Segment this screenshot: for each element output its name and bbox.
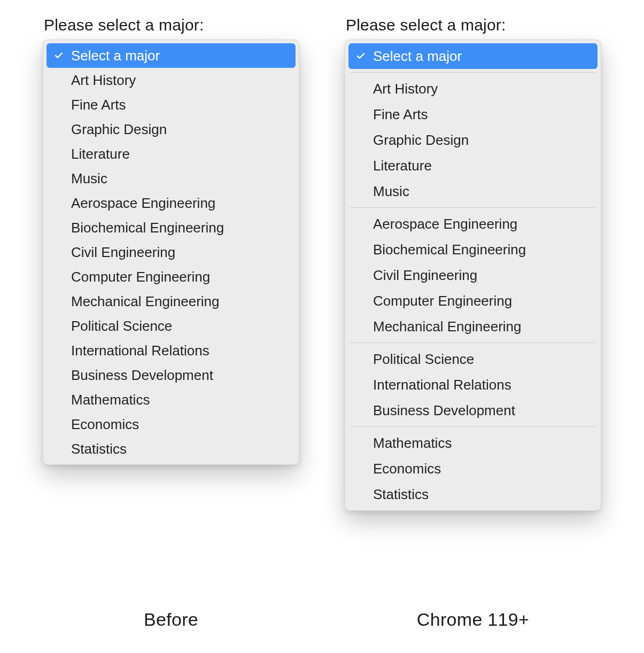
option-label: Computer Engineering [71, 270, 210, 284]
option-label: Political Science [71, 319, 172, 333]
select-option[interactable]: Statistics [46, 437, 296, 461]
option-label: Literature [373, 159, 432, 173]
option-label: Select a major [71, 49, 160, 63]
select-option[interactable]: Statistics [348, 481, 598, 507]
select-option[interactable]: Civil Engineering [46, 240, 296, 265]
option-label: International Relations [373, 378, 511, 392]
option-label: Business Development [373, 403, 515, 417]
select-option[interactable]: Economics [46, 412, 296, 437]
option-label: Art History [71, 73, 136, 87]
select-option[interactable]: Civil Engineering [348, 262, 598, 288]
option-label: Civil Engineering [71, 245, 175, 259]
option-label: Biochemical Engineering [71, 221, 224, 235]
select-label: Please select a major: [346, 16, 601, 34]
option-label: Economics [71, 417, 139, 431]
option-label: Aerospace Engineering [71, 196, 215, 210]
caption-after: Chrome 119+ [345, 609, 601, 630]
check-icon [356, 51, 366, 61]
select-option[interactable]: Political Science [46, 314, 296, 338]
select-option[interactable]: Aerospace Engineering [46, 191, 296, 215]
select-option[interactable]: Music [348, 178, 598, 204]
select-option-selected[interactable]: Select a major [348, 43, 598, 69]
select-option[interactable]: Aerospace Engineering [348, 211, 598, 237]
option-label: Music [71, 172, 107, 185]
check-icon [54, 51, 64, 60]
select-option[interactable]: Biochemical Engineering [348, 237, 598, 262]
select-option-selected[interactable]: Select a major [46, 43, 296, 68]
select-label: Please select a major: [44, 16, 299, 34]
option-label: Graphic Design [71, 122, 167, 136]
option-label: Literature [71, 147, 130, 161]
option-label: Economics [373, 462, 441, 476]
option-label: Select a major [373, 49, 462, 63]
option-label: Political Science [373, 352, 474, 366]
option-label: Fine Arts [373, 107, 428, 121]
select-option[interactable]: Art History [348, 76, 598, 102]
before-column: Please select a major: Select a major Ar… [43, 16, 299, 465]
select-option[interactable]: International Relations [46, 338, 296, 363]
select-option[interactable]: Fine Arts [348, 102, 598, 127]
select-option[interactable]: Business Development [46, 363, 296, 387]
select-option[interactable]: Literature [348, 153, 598, 178]
select-option[interactable]: Business Development [348, 398, 598, 423]
select-option[interactable]: Art History [46, 68, 296, 92]
option-label: Civil Engineering [373, 268, 477, 282]
option-label: Biochemical Engineering [373, 243, 526, 256]
select-option[interactable]: Music [46, 166, 296, 191]
select-option[interactable]: Fine Arts [46, 92, 296, 117]
after-column: Please select a major: Select a major Ar… [345, 16, 601, 511]
option-label: International Relations [71, 344, 210, 357]
select-option[interactable]: Literature [46, 142, 296, 166]
option-label: Art History [373, 82, 438, 96]
select-option[interactable]: Graphic Design [348, 127, 598, 153]
option-label: Aerospace Engineering [373, 217, 517, 231]
option-label: Music [373, 184, 409, 198]
option-label: Mechanical Engineering [71, 294, 220, 308]
select-option[interactable]: Mechanical Engineering [348, 314, 598, 339]
option-label: Graphic Design [373, 133, 469, 147]
group-separator [350, 72, 596, 73]
option-label: Computer Engineering [373, 294, 512, 308]
option-label: Fine Arts [71, 98, 126, 112]
select-option[interactable]: International Relations [348, 372, 598, 398]
option-label: Business Development [71, 368, 213, 382]
option-label: Mathematics [373, 436, 452, 450]
select-option[interactable]: Graphic Design [46, 117, 296, 142]
select-option[interactable]: Biochemical Engineering [46, 215, 296, 240]
select-popup-before[interactable]: Select a major Art History Fine Arts Gra… [43, 40, 299, 465]
select-option[interactable]: Economics [348, 456, 598, 481]
select-option[interactable]: Mathematics [348, 430, 598, 456]
group-separator [350, 207, 596, 208]
select-option[interactable]: Computer Engineering [348, 288, 598, 314]
caption-before: Before [43, 609, 299, 630]
option-label: Statistics [71, 442, 127, 456]
group-separator [350, 426, 596, 427]
select-option[interactable]: Political Science [348, 346, 598, 372]
select-popup-after[interactable]: Select a major Art History Fine Arts Gra… [345, 40, 601, 511]
group-separator [350, 343, 596, 343]
option-label: Statistics [373, 487, 429, 501]
option-label: Mathematics [71, 393, 150, 407]
select-option[interactable]: Computer Engineering [46, 265, 296, 289]
select-option[interactable]: Mechanical Engineering [46, 289, 296, 314]
select-option[interactable]: Mathematics [46, 387, 296, 412]
option-label: Mechanical Engineering [373, 320, 522, 333]
